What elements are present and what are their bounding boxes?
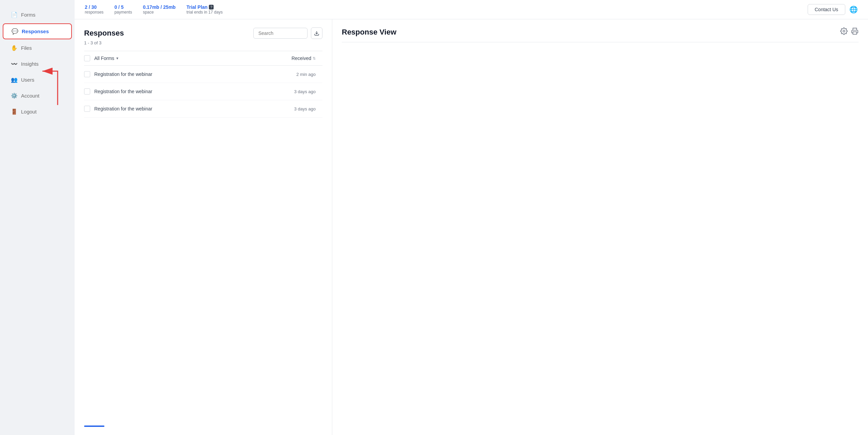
print-icon[interactable] <box>851 27 859 37</box>
topbar: 2 / 30 responses 0 / 5 payments 0.17mb /… <box>75 0 868 19</box>
sidebar-label-account: Account <box>21 93 39 99</box>
response-view-actions <box>840 27 859 37</box>
trial-plan: Trial Plan ? trial ends in 17 days <box>186 4 223 15</box>
sidebar-label-files: Files <box>21 45 32 51</box>
response-view-header: Response View <box>342 27 859 37</box>
responses-header: Responses <box>84 27 322 39</box>
payments-num: 0 / 5 <box>114 4 132 10</box>
logout-icon: 🚪 <box>11 108 18 115</box>
received-label: Received <box>292 56 311 61</box>
payments-label: payments <box>114 10 132 15</box>
insights-icon: 〰️ <box>11 61 18 67</box>
responses-label: responses <box>85 10 103 15</box>
contact-us-button[interactable]: Contact Us <box>808 4 845 15</box>
sidebar-item-logout[interactable]: 🚪 Logout <box>3 104 72 119</box>
sidebar-item-users[interactable]: 👥 Users <box>3 72 72 87</box>
row-checkbox-1[interactable] <box>84 71 90 77</box>
row-name-3: Registration for the webinar <box>94 106 290 111</box>
settings-icon[interactable] <box>840 27 848 37</box>
users-icon: 👥 <box>11 77 18 83</box>
trial-sub-text: trial ends in 17 days <box>186 10 223 15</box>
responses-num: 2 / 30 <box>85 4 103 10</box>
responses-panel: Responses 1 - 3 of 3 <box>75 19 332 435</box>
all-forms-label: All Forms <box>94 56 114 61</box>
row-checkbox-2[interactable] <box>84 88 90 95</box>
responses-stat: 2 / 30 responses <box>85 4 103 15</box>
sidebar-item-account[interactable]: ⚙️ Account <box>3 88 72 103</box>
row-time-2: 3 days ago <box>294 89 322 94</box>
sidebar-label-insights: Insights <box>21 61 39 67</box>
main-area: 2 / 30 responses 0 / 5 payments 0.17mb /… <box>75 0 868 435</box>
search-input[interactable] <box>253 28 308 39</box>
sidebar-label-responses: Responses <box>22 28 49 34</box>
download-button[interactable] <box>311 27 322 39</box>
responses-icon: 💬 <box>12 28 18 35</box>
table-header: All Forms ▾ Received ⇅ <box>84 51 322 66</box>
files-icon: ✋ <box>11 45 18 51</box>
response-view-title: Response View <box>342 28 396 37</box>
svg-rect-2 <box>853 32 857 34</box>
row-time-1: 2 min ago <box>296 72 322 77</box>
row-checkbox-3[interactable] <box>84 106 90 112</box>
content-area: Responses 1 - 3 of 3 <box>75 19 868 435</box>
sidebar-item-forms[interactable]: 📄 Forms <box>3 7 72 22</box>
payments-stat: 0 / 5 payments <box>114 4 132 15</box>
sidebar-label-users: Users <box>21 77 34 83</box>
responses-count: 1 - 3 of 3 <box>84 40 322 45</box>
svg-point-1 <box>843 30 845 32</box>
account-icon: ⚙️ <box>11 92 18 99</box>
all-forms-dropdown[interactable]: All Forms ▾ <box>94 56 118 61</box>
sidebar-item-insights[interactable]: 〰️ Insights <box>3 57 72 71</box>
response-view-panel: Response View <box>332 19 868 435</box>
table-row[interactable]: Registration for the webinar 2 min ago <box>84 66 322 83</box>
select-all-checkbox[interactable] <box>84 55 90 61</box>
space-num: 0.17mb / 25mb <box>143 4 176 10</box>
table-row[interactable]: Registration for the webinar 3 days ago <box>84 100 322 118</box>
sidebar-item-responses[interactable]: 💬 Responses <box>3 23 72 39</box>
row-name-1: Registration for the webinar <box>94 71 292 77</box>
sort-icon: ⇅ <box>313 56 316 61</box>
responses-title: Responses <box>84 29 124 38</box>
topbar-right: Contact Us 🌐 <box>808 4 858 15</box>
trial-help-icon[interactable]: ? <box>209 5 214 9</box>
bottom-indicator-bar <box>84 426 104 427</box>
topbar-stats: 2 / 30 responses 0 / 5 payments 0.17mb /… <box>85 4 223 15</box>
trial-plan-label: Trial Plan <box>186 4 208 10</box>
space-stat: 0.17mb / 25mb space <box>143 4 176 15</box>
received-column-header[interactable]: Received ⇅ <box>292 56 322 61</box>
row-time-3: 3 days ago <box>294 106 322 111</box>
row-name-2: Registration for the webinar <box>94 89 290 94</box>
responses-header-actions <box>253 27 322 39</box>
space-label: space <box>143 10 176 15</box>
sidebar: 📄 Forms 💬 Responses ✋ Files 〰️ Insights … <box>0 0 75 435</box>
table-row[interactable]: Registration for the webinar 3 days ago <box>84 83 322 100</box>
sidebar-label-forms: Forms <box>21 12 36 18</box>
forms-icon: 📄 <box>11 12 18 18</box>
sidebar-item-files[interactable]: ✋ Files <box>3 41 72 55</box>
chevron-down-icon: ▾ <box>116 56 118 61</box>
globe-icon[interactable]: 🌐 <box>849 5 858 14</box>
sidebar-label-logout: Logout <box>21 109 37 115</box>
